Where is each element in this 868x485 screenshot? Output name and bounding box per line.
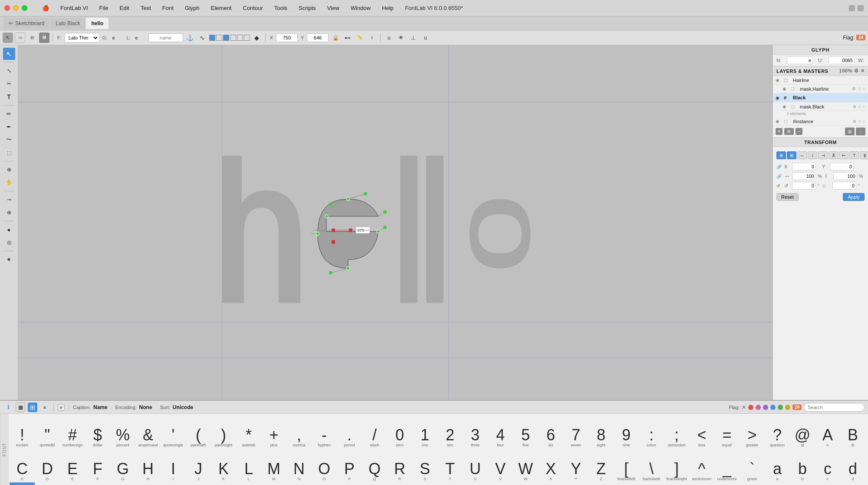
glyph-cell-v[interactable]: vv <box>437 482 463 485</box>
ruler-button[interactable]: 📏 <box>355 33 365 43</box>
layers-settings-button[interactable]: ⚙ <box>854 68 859 74</box>
menu-edit[interactable]: Edit <box>118 4 131 12</box>
u-button[interactable]: u <box>384 33 394 43</box>
tf-h-input[interactable] <box>833 172 857 180</box>
tab-sketchboard[interactable]: ✏ Sketchboard <box>3 18 49 29</box>
eyedrop-button[interactable]: ◎ <box>3 236 15 249</box>
glyph-cell-nine[interactable]: 9nine <box>614 415 639 449</box>
glyph-cell-bracketleft[interactable]: [bracketleft <box>614 449 639 482</box>
n-input[interactable] <box>787 56 813 64</box>
glyph-cell-braceright[interactable]: }braceright <box>614 482 639 485</box>
info-button[interactable]: ℹ <box>3 403 13 412</box>
glyph-cell-O[interactable]: OO <box>312 449 337 482</box>
glyph-cell-seven[interactable]: 7seven <box>563 415 589 449</box>
lock-button[interactable]: 🔒 <box>330 33 341 43</box>
align-button[interactable]: ⊷ <box>342 33 353 43</box>
add-layer-button[interactable]: + <box>776 128 783 135</box>
glyph-cell-hyphen[interactable]: -hyphen <box>312 415 337 449</box>
tf-skew-input[interactable] <box>832 182 856 190</box>
cursor-button[interactable]: ⊥ <box>408 33 418 43</box>
menu-font[interactable]: Font <box>161 4 175 12</box>
apply-button[interactable]: Apply <box>843 193 865 201</box>
glyph-cell-greater[interactable]: >greater <box>740 415 765 449</box>
glyph-cell-parenleft[interactable]: (parenleft <box>186 415 211 449</box>
eye-button[interactable]: 👁 <box>396 33 406 43</box>
caption-value[interactable]: Name <box>93 404 108 410</box>
eraser-button[interactable]: ⬚ <box>3 147 15 159</box>
glyph-cell-eight[interactable]: 8eight <box>589 415 614 449</box>
glyph-cell-five[interactable]: 5five <box>513 415 538 449</box>
glyph-cell-T[interactable]: TT <box>437 449 463 482</box>
glyph-cell-G[interactable]: GG <box>110 449 135 482</box>
instance-lock[interactable]: □ <box>858 119 861 124</box>
canvas[interactable]: 275 <box>18 45 773 400</box>
tf-btn-align-r[interactable]: ⊢ <box>839 151 848 159</box>
glyph-cell-F[interactable]: FF <box>85 449 110 482</box>
mask-black-eye[interactable]: ○ <box>863 105 865 109</box>
tf-btn-flip-h[interactable]: ↔ <box>797 151 807 159</box>
instance-eye[interactable]: ○ <box>863 119 865 124</box>
grid-small-button[interactable]: ▦ <box>16 403 25 412</box>
glyph-cell-slash[interactable]: /slash <box>362 415 387 449</box>
menu-glyph[interactable]: Glyph <box>183 4 201 12</box>
glyph-cell-h[interactable]: hh <box>85 482 110 485</box>
flag-number[interactable]: 24 <box>792 404 802 410</box>
text-insert-button[interactable]: T <box>3 91 15 103</box>
glyph-cell-a[interactable]: aa <box>765 449 790 482</box>
node-button[interactable]: ◆ <box>252 33 262 43</box>
x-input[interactable] <box>276 33 298 42</box>
glyph-cell-ampersand[interactable]: &ampersand <box>135 415 161 449</box>
instance-settings[interactable]: ⚙ <box>853 119 856 124</box>
corner-btn-5[interactable] <box>237 35 243 41</box>
tf-btn-align-t[interactable]: ⊤ <box>849 151 859 159</box>
search-input[interactable] <box>804 403 865 412</box>
layer-instance-row[interactable]: ◉ ◻ #instance ⚙ □ ○ <box>773 117 868 126</box>
menu-fontlab[interactable]: FontLab VI <box>59 4 90 12</box>
encoding-value[interactable]: None <box>139 404 152 410</box>
win-btn-1[interactable] <box>849 5 855 11</box>
glyph-cell-period[interactable]: .period <box>337 415 362 449</box>
glyph-cell-P[interactable]: PP <box>337 449 362 482</box>
glyph-cell-p[interactable]: pp <box>286 482 312 485</box>
tf-w-input[interactable] <box>792 172 816 180</box>
glyph-cell-percent[interactable]: %percent <box>110 415 135 449</box>
tf-btn-flip-v[interactable]: ↕ <box>808 151 817 159</box>
pencil-button[interactable]: ✏ <box>3 108 15 120</box>
black-dot2[interactable]: · <box>861 95 862 100</box>
glyph-cell-m[interactable]: mm <box>211 482 236 485</box>
sort-value[interactable]: Unicode <box>173 404 193 410</box>
glyph-cell-quotesingle[interactable]: 'quotesingle <box>161 415 186 449</box>
glyph-cell-cent[interactable]: ¢cent <box>689 482 714 485</box>
glyph-cell-equal[interactable]: =equal <box>714 415 740 449</box>
tf-btn-align-c[interactable]: ⊼ <box>829 151 838 159</box>
glyph-cell-y[interactable]: yy <box>513 482 538 485</box>
menu-element[interactable]: Element <box>209 4 233 12</box>
win-btn-2[interactable] <box>858 5 864 11</box>
glyph-cell-question[interactable]: ?question <box>765 415 790 449</box>
mask-black-lock[interactable]: □ <box>858 105 861 109</box>
glyph-cell-currency[interactable]: ¤currency <box>740 482 765 485</box>
mask-hl-eye[interactable]: ○ <box>863 86 865 91</box>
tf-btn-1[interactable]: ⊞ <box>776 151 786 159</box>
glyph-cell-bracketright[interactable]: ]bracketright <box>664 449 689 482</box>
layer-hairline-row[interactable]: ◉ ◻ Hairline · · · <box>773 76 868 85</box>
glyph-cell-brokenbar[interactable]: ¦brokenbar <box>790 482 815 485</box>
glyph-cell-j[interactable]: jj <box>135 482 161 485</box>
measure-button[interactable]: ⊸ <box>3 193 15 206</box>
flag-green-dot[interactable] <box>778 405 783 410</box>
corner-btn-3[interactable] <box>223 35 229 41</box>
tf-btn-align-m[interactable]: ⊻ <box>860 151 868 159</box>
tab-lato-black[interactable]: Lato Black <box>50 18 85 29</box>
layer-grid-button[interactable]: ⊞ <box>784 128 794 135</box>
menu-scripts[interactable]: Scripts <box>297 4 318 12</box>
layer-mask-hairline-row[interactable]: ◉ ◻ mask.Hairline ⚙ □ ○ <box>780 85 868 93</box>
glyph-cell-plus[interactable]: +plus <box>261 415 286 449</box>
glyph-cell-N[interactable]: NN <box>286 449 312 482</box>
sidebars-button[interactable]: ⊟ <box>27 33 37 43</box>
glyph-cell-quotedbl[interactable]: "quotedbl <box>35 415 60 449</box>
glyph-cell-six[interactable]: 6six <box>538 415 563 449</box>
curve-button[interactable]: ∿ <box>197 33 207 43</box>
glyph-cell-underscore[interactable]: _underscore <box>714 449 740 482</box>
anchor-button[interactable]: ⚓ <box>185 33 195 43</box>
glyph-cell-C[interactable]: CC <box>10 449 35 482</box>
